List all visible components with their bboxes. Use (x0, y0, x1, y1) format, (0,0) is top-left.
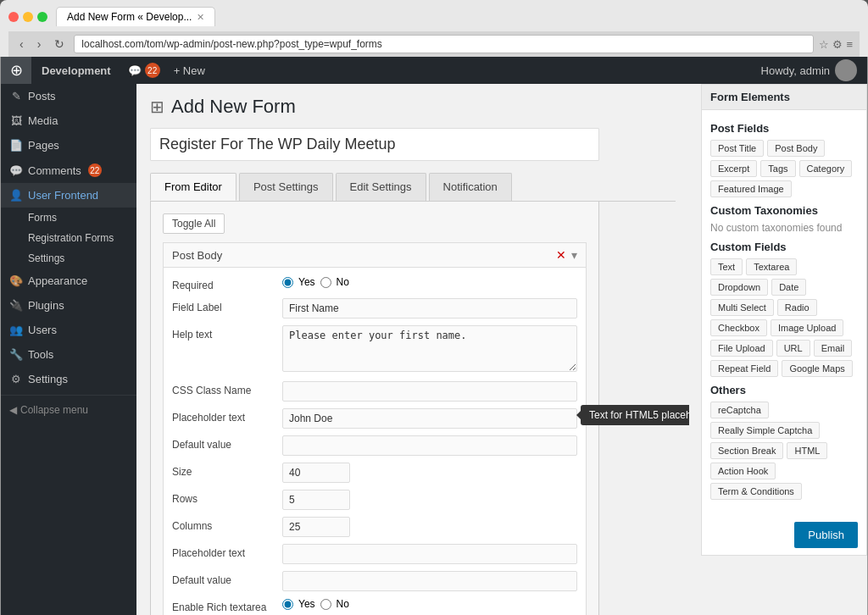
btn-post-title[interactable]: Post Title (710, 140, 764, 157)
field-input-default2[interactable] (282, 571, 577, 591)
btn-action-hook[interactable]: Action Hook (710, 463, 776, 479)
sidebar-item-pages[interactable]: 📄 Pages (1, 133, 136, 158)
field-input-rows[interactable] (282, 490, 350, 510)
btn-repeat-field[interactable]: Repeat Field (710, 360, 778, 377)
sidebar-label-settings: Settings (28, 373, 68, 385)
field-row-columns: Columns (172, 517, 577, 537)
btn-really-simple-captcha[interactable]: Really Simple Captcha (710, 422, 820, 439)
forward-button[interactable]: › (33, 36, 46, 53)
collapse-icon: ◀ (9, 404, 17, 416)
field-input-placeholder[interactable] (282, 408, 577, 429)
field-label-columns: Columns (172, 517, 282, 532)
sidebar-item-settings[interactable]: ⚙ Settings (1, 367, 136, 391)
field-row-default-value2: Default value (172, 571, 577, 591)
btn-post-body[interactable]: Post Body (767, 140, 825, 157)
field-row-required: Required Yes No (172, 276, 577, 291)
field-input-css-class[interactable] (282, 381, 577, 402)
btn-tags[interactable]: Tags (760, 160, 795, 177)
tab-post-settings[interactable]: Post Settings (239, 173, 333, 201)
sidebar-item-posts[interactable]: ✎ Posts (1, 84, 136, 108)
sidebar-item-comments[interactable]: 💬 Comments 22 (1, 158, 136, 183)
field-input-default1[interactable] (282, 435, 577, 456)
form-name-input[interactable] (150, 128, 599, 161)
maximize-button[interactable] (37, 12, 47, 22)
btn-excerpt[interactable]: Excerpt (710, 160, 757, 177)
btn-category[interactable]: Category (799, 160, 853, 177)
reload-button[interactable]: ↻ (50, 36, 69, 53)
address-bar[interactable] (74, 35, 814, 53)
btn-textarea[interactable]: Textarea (746, 258, 797, 275)
sidebar-item-settings-uf[interactable]: Settings (21, 248, 136, 269)
browser-tab[interactable]: Add New Form « Develop... ✕ (56, 7, 215, 26)
comments-link[interactable]: 💬 22 (121, 63, 167, 78)
users-icon: 👥 (9, 324, 23, 336)
btn-radio[interactable]: Radio (777, 299, 817, 316)
others-title: Others (710, 384, 858, 396)
howdy-text: Howdy, admin (761, 64, 830, 77)
sidebar-item-tools[interactable]: 🔧 Tools (1, 342, 136, 367)
tab-close-icon[interactable]: ✕ (197, 12, 204, 23)
sidebar-item-plugins[interactable]: 🔌 Plugins (1, 293, 136, 318)
publish-button[interactable]: Publish (794, 522, 858, 548)
sidebar-label-comments: Comments (28, 164, 81, 177)
btn-featured-image[interactable]: Featured Image (710, 180, 792, 197)
others-buttons: reCaptcha Really Simple Captcha Section … (710, 402, 858, 500)
field-input-columns[interactable] (282, 517, 350, 537)
sidebar: ✎ Posts 🖼 Media 📄 Pages 💬 Comments 22 👤 … (1, 84, 136, 615)
field-textarea-help[interactable]: Please enter your first name. (282, 325, 577, 372)
btn-date[interactable]: Date (771, 279, 806, 296)
radio-yes[interactable] (282, 277, 293, 288)
user-frontend-icon: 👤 (9, 189, 23, 202)
btn-checkbox[interactable]: Checkbox (710, 319, 767, 336)
toggle-all-button[interactable]: Toggle All (163, 213, 225, 234)
new-link[interactable]: + New (167, 64, 212, 77)
radio-no[interactable] (320, 277, 331, 288)
back-button[interactable]: ‹ (15, 36, 28, 53)
sidebar-item-users[interactable]: 👥 Users (1, 318, 136, 342)
site-name[interactable]: Development (31, 64, 121, 77)
sidebar-item-registration-forms[interactable]: Registration Forms (21, 228, 136, 248)
btn-text[interactable]: Text (710, 258, 743, 275)
field-row-placeholder2: Placeholder text (172, 544, 577, 564)
post-fields-buttons: Post Title Post Body Excerpt Tags Catego… (710, 140, 858, 197)
field-delete-button[interactable]: ✕ (556, 248, 566, 262)
field-input-label[interactable] (282, 298, 577, 319)
btn-html[interactable]: HTML (787, 442, 827, 459)
field-label-default-value2: Default value (172, 571, 282, 586)
sidebar-item-user-frontend[interactable]: 👤 User Frontend (1, 183, 136, 208)
field-label-rows: Rows (172, 490, 282, 505)
btn-email[interactable]: Email (814, 340, 853, 357)
tab-from-editor[interactable]: From Editor (150, 173, 236, 201)
tools-icon: 🔧 (9, 348, 23, 361)
btn-term-conditions[interactable]: Term & Conditions (710, 483, 802, 500)
field-input-placeholder2[interactable] (282, 544, 577, 564)
btn-file-upload[interactable]: File Upload (710, 340, 773, 357)
custom-fields-buttons: Text Textarea Dropdown Date Multi Select… (710, 258, 858, 377)
tab-label: Add New Form « Develop... (67, 11, 192, 23)
sidebar-label-user-frontend: User Frontend (28, 189, 98, 202)
tab-edit-settings[interactable]: Edit Settings (336, 173, 426, 201)
collapse-menu[interactable]: ◀ Collapse menu (1, 399, 136, 421)
bookmark-icon: ☆ (819, 38, 829, 51)
btn-url[interactable]: URL (776, 340, 810, 357)
btn-multi-select[interactable]: Multi Select (710, 299, 774, 316)
post-fields-title: Post Fields (710, 122, 858, 135)
sidebar-item-media[interactable]: 🖼 Media (1, 108, 136, 133)
btn-section-break[interactable]: Section Break (710, 442, 783, 459)
btn-google-maps[interactable]: Google Maps (782, 360, 852, 377)
btn-recaptcha[interactable]: reCaptcha (710, 402, 769, 418)
minimize-button[interactable] (23, 12, 33, 22)
field-block-post-body: Post Body ✕ ▾ Required (163, 242, 587, 615)
tab-notification[interactable]: Notification (429, 173, 512, 201)
sidebar-item-appearance[interactable]: 🎨 Appearance (1, 269, 136, 293)
field-row-rows: Rows (172, 490, 577, 510)
sidebar-label-pages: Pages (28, 139, 59, 152)
rich-textarea-yes[interactable] (282, 599, 293, 610)
btn-image-upload[interactable]: Image Upload (771, 319, 844, 336)
sidebar-item-forms[interactable]: Forms (21, 208, 136, 228)
field-input-size[interactable] (282, 463, 350, 483)
close-button[interactable] (8, 12, 19, 22)
field-expand-button[interactable]: ▾ (571, 248, 577, 262)
btn-dropdown[interactable]: Dropdown (710, 279, 768, 296)
rich-textarea-no[interactable] (320, 599, 331, 610)
